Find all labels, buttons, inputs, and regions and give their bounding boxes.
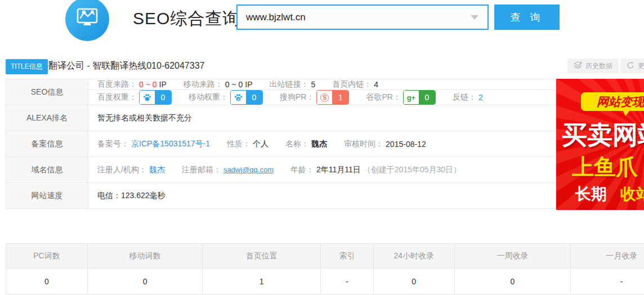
outbound-links: 出站链接： 5 <box>270 79 316 90</box>
stats-header: 一周收录 <box>455 244 571 268</box>
history-data-button[interactable]: 历史数据 <box>567 59 619 73</box>
url-search-box <box>236 5 489 30</box>
stats-value: 0 <box>455 269 571 294</box>
stats-header: 一月收录 <box>571 244 644 268</box>
domain-registrant: 注册人/机构： 魏杰 <box>97 165 165 175</box>
app-logo <box>65 0 109 41</box>
query-button[interactable]: 查 询 <box>494 5 560 30</box>
stats-value: 0 <box>374 269 455 294</box>
sogou-icon: S <box>320 93 329 102</box>
sogou-pr: 搜狗PR： S 1 <box>280 90 349 105</box>
refresh-icon <box>627 61 634 71</box>
icp-nature: 性质： 个人 <box>227 139 269 149</box>
email-link[interactable]: sadwj@qq.com <box>223 166 274 174</box>
icp-number-link[interactable]: 京ICP备15031517号-1 <box>131 139 210 149</box>
ad-bubble-text: 网站变现 <box>581 92 644 111</box>
mobile-traffic: 移动来路： 0 ~ 0 IP <box>184 79 253 90</box>
ad-footline: 长期 收站 <box>575 184 644 205</box>
stats-value: 0 <box>88 269 203 294</box>
table-row-alexa: ALEXA排名 暂无排名或相关数据不充分 <box>6 105 556 131</box>
homepage-inlinks: 首页内链： 4 <box>332 79 378 90</box>
row-label-alexa: ALEXA排名 <box>6 105 88 131</box>
stats-value: 1 <box>203 269 321 294</box>
row-label-speed: 网站速度 <box>6 183 88 208</box>
stats-value-row: 0 0 1 - 0 0 - <box>6 269 644 294</box>
layers-icon <box>574 61 582 71</box>
paw-icon <box>140 91 155 104</box>
backlinks: 反链： 2 <box>453 92 483 102</box>
paw-icon: M <box>231 91 246 104</box>
backlinks-link[interactable]: 2 <box>478 93 483 102</box>
svg-text:M: M <box>238 98 240 101</box>
index-stats-table: PC词数 移动词数 首页位置 索引 24小时收录 一周收录 一月收录 0 0 1… <box>6 243 644 294</box>
speed-value: 电信：123.622毫秒 <box>97 191 166 201</box>
row-label-icp: 备案信息 <box>6 131 88 157</box>
mobile-weight: 移动权重： M 0 <box>189 90 263 105</box>
url-input[interactable] <box>238 12 471 23</box>
title-info-badge: TITLE信息 <box>6 59 48 74</box>
table-row-seo: SEO信息 百度来路： 0 ~ 0 IP 移动来路： 0 ~ 0 IP 出站链接… <box>6 79 556 105</box>
domain-age: 年龄： 2年11月11日 （创建于2015年05月30日） <box>290 165 461 175</box>
stats-header: 移动词数 <box>88 244 203 268</box>
stats-value: - <box>321 269 374 294</box>
monitor-chart-icon <box>74 5 101 34</box>
stats-header: 首页位置 <box>203 244 321 268</box>
registrant-link[interactable]: 魏杰 <box>149 165 165 175</box>
row-label-domain: 域名信息 <box>6 157 88 182</box>
seo-info-table: SEO信息 百度来路： 0 ~ 0 IP 移动来路： 0 ~ 0 IP 出站链接… <box>6 79 556 209</box>
baidu-traffic: 百度来路： 0 ~ 0 IP <box>97 79 167 90</box>
table-row-speed: 网站速度 电信：123.622毫秒 <box>6 183 556 208</box>
mobile-weight-badge[interactable]: M 0 <box>230 90 263 105</box>
stats-header: 索引 <box>321 244 374 268</box>
baidu-weight: 百度权重： 0 <box>97 90 172 105</box>
icp-name: 名称： 魏杰 <box>285 139 327 149</box>
chevron-down-icon[interactable] <box>471 15 478 20</box>
sogou-pr-badge[interactable]: S 1 <box>316 90 349 105</box>
icp-number: 备案号： 京ICP备15031517号-1 <box>97 139 210 149</box>
seo-subrow-traffic: 百度来路： 0 ~ 0 IP 移动来路： 0 ~ 0 IP 出站链接： 5 首页… <box>88 79 556 90</box>
google-pr-badge[interactable]: g+ 0 <box>403 90 436 105</box>
icp-audit-time: 审核时间： 2015-08-12 <box>344 139 426 149</box>
table-row-domain: 域名信息 注册人/机构： 魏杰 注册邮箱： sadwj@qq.com 年龄： 2… <box>6 157 556 183</box>
seo-subrow-weights: 百度权重： 0 <box>88 90 556 105</box>
stats-header: PC词数 <box>6 244 88 268</box>
page-title: SEO综合查询 <box>133 7 240 30</box>
ad-headline: 买卖网站 <box>562 118 644 152</box>
stats-header: 24小时收录 <box>374 244 455 268</box>
stats-value: 0 <box>6 269 88 294</box>
ad-subline: 上鱼爪 <box>572 152 638 182</box>
row-label-seo: SEO信息 <box>6 79 88 105</box>
refresh-data-button[interactable]: 更新数据 <box>620 59 644 73</box>
domain-email: 注册邮箱： sadwj@qq.com <box>182 165 274 175</box>
stats-value: - <box>571 269 644 294</box>
ad-banner[interactable]: 网站变现 买卖网站 上鱼爪 长期 收站 <box>556 79 644 210</box>
baidu-weight-badge[interactable]: 0 <box>139 90 172 105</box>
site-title-text: 翻译公司 - 智联翻译热线010-62047337 <box>48 60 204 72</box>
stats-header-row: PC词数 移动词数 首页位置 索引 24小时收录 一周收录 一月收录 <box>6 244 644 269</box>
google-plus-icon: g+ <box>407 93 416 102</box>
google-pr: 谷歌PR： g+ 0 <box>366 90 435 105</box>
table-row-icp: 备案信息 备案号： 京ICP备15031517号-1 性质： 个人 名称： 魏杰… <box>6 131 556 157</box>
alexa-value: 暂无排名或相关数据不充分 <box>97 113 192 123</box>
